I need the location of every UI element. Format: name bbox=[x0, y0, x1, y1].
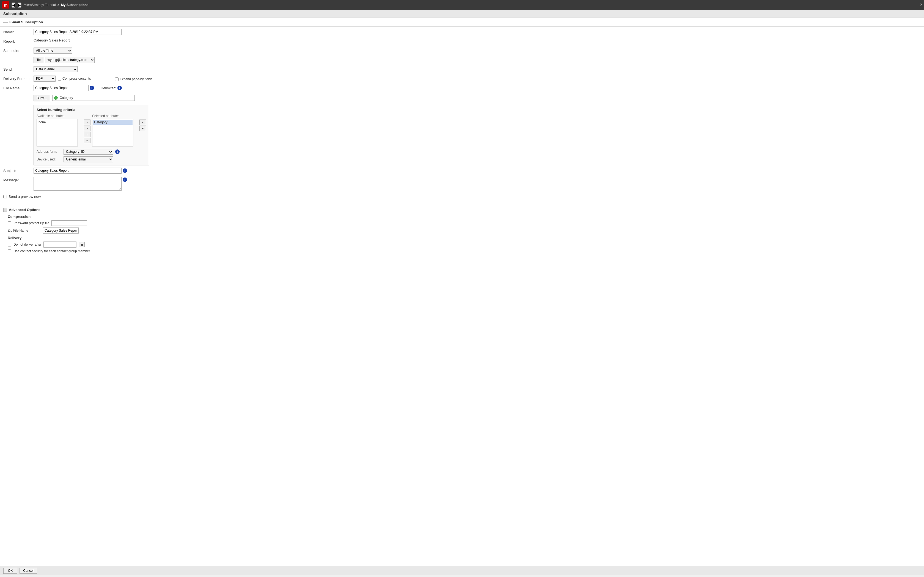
password-input[interactable] bbox=[52, 220, 87, 226]
address-form-row: Address form: Category: ID Category: Des… bbox=[37, 149, 146, 155]
transfer-right-single-button[interactable]: › bbox=[84, 119, 90, 125]
compression-header: Compression bbox=[8, 214, 921, 219]
advanced-toggle[interactable]: − bbox=[3, 208, 7, 212]
delivery-format-value-container: PDF Excel HTML CSV Compress contents Exp… bbox=[34, 76, 921, 82]
advanced-section: − Advanced Options Compression Password … bbox=[0, 205, 924, 256]
transfer-buttons: › » ‹ « bbox=[83, 114, 91, 143]
calendar-button[interactable]: ▦ bbox=[79, 242, 85, 247]
burst-footer: Address form: Category: ID Category: Des… bbox=[37, 149, 146, 163]
to-value-container: To: wyang@microstrategy.com bbox=[34, 57, 921, 63]
contact-security-row: Use contact security for each contact gr… bbox=[8, 249, 921, 253]
available-attributes-title: Available attributes bbox=[37, 114, 82, 118]
message-row: Message: i bbox=[3, 177, 921, 191]
available-attributes-list[interactable]: none bbox=[37, 119, 78, 147]
file-name-input[interactable] bbox=[34, 85, 89, 91]
transfer-left-all-button[interactable]: « bbox=[84, 138, 90, 143]
device-used-row: Device used: Generic email bbox=[37, 156, 146, 163]
delivery-header: Delivery bbox=[8, 236, 921, 240]
transfer-right-all-button[interactable]: » bbox=[84, 126, 90, 131]
advanced-header[interactable]: − Advanced Options bbox=[0, 206, 924, 213]
delivery-format-select[interactable]: PDF Excel HTML CSV bbox=[34, 76, 55, 82]
message-textarea[interactable] bbox=[34, 177, 121, 191]
selected-attributes-panel: Selected attributes Category bbox=[92, 114, 138, 147]
back-button[interactable]: ◀ bbox=[11, 2, 15, 8]
selected-attributes-title: Selected attributes bbox=[92, 114, 138, 118]
breadcrumb-current: My Subscriptions bbox=[61, 3, 89, 7]
contact-security-checkbox[interactable] bbox=[8, 250, 11, 253]
expand-checkbox-label[interactable]: Expand page-by fields bbox=[115, 77, 152, 81]
ok-button[interactable]: OK bbox=[3, 568, 17, 574]
main-content: E-mail Subscription Name: Report: Catego… bbox=[0, 18, 924, 566]
to-button[interactable]: To: bbox=[34, 57, 44, 63]
attributes-section: Available attributes none › » ‹ « bbox=[37, 114, 146, 147]
page-footer: OK Cancel bbox=[0, 566, 924, 575]
burst-criteria-box: Select bursting criteria Available attri… bbox=[34, 105, 149, 165]
schedule-value-container: All the Time Daily Weekly Monthly bbox=[34, 48, 921, 53]
help-icon[interactable]: ? bbox=[919, 3, 922, 7]
breadcrumb: MicroStrategy Tutorial > My Subscription… bbox=[24, 3, 89, 7]
delivery-row: PDF Excel HTML CSV Compress contents bbox=[34, 76, 91, 82]
address-form-select[interactable]: Category: ID Category: Description Categ… bbox=[63, 149, 113, 155]
order-buttons: ∧ ∨ bbox=[139, 114, 146, 131]
order-down-button[interactable]: ∨ bbox=[139, 126, 146, 131]
expand-checkbox[interactable] bbox=[115, 77, 118, 81]
forward-button[interactable]: ▶ bbox=[18, 2, 21, 8]
compress-checkbox[interactable] bbox=[58, 77, 61, 81]
send-preview-row: Send a preview now bbox=[3, 193, 921, 200]
send-value-container: Data in email Link in email File in emai… bbox=[34, 66, 921, 72]
category-display-label: Category bbox=[60, 96, 73, 100]
category-display: Category bbox=[52, 95, 135, 101]
subject-value-container: i bbox=[34, 168, 921, 174]
burst-button[interactable]: Burst... bbox=[34, 95, 50, 102]
message-info-icon[interactable]: i bbox=[123, 177, 127, 182]
available-attr-item[interactable]: none bbox=[37, 120, 77, 125]
do-not-deliver-date-input[interactable] bbox=[44, 242, 76, 248]
zip-file-name-row: Zip File Name bbox=[8, 227, 921, 234]
address-form-label: Address form: bbox=[37, 150, 61, 153]
name-input[interactable] bbox=[34, 29, 121, 35]
do-not-deliver-checkbox[interactable] bbox=[8, 243, 11, 247]
subject-input[interactable] bbox=[34, 168, 121, 174]
category-diamond-icon bbox=[53, 96, 58, 100]
password-protect-row: Password protect zip file bbox=[8, 220, 921, 226]
email-section-header: E-mail Subscription bbox=[0, 18, 924, 27]
email-select[interactable]: wyang@microstrategy.com bbox=[45, 57, 95, 63]
burst-label bbox=[3, 94, 34, 95]
order-up-button[interactable]: ∧ bbox=[139, 119, 146, 125]
send-preview-checkbox[interactable] bbox=[3, 195, 7, 198]
send-preview-label: Send a preview now bbox=[8, 195, 41, 199]
cancel-button[interactable]: Cancel bbox=[19, 568, 37, 574]
email-section-title: E-mail Subscription bbox=[9, 20, 43, 24]
breadcrumb-separator: > bbox=[58, 3, 60, 7]
available-attributes-panel: Available attributes none bbox=[37, 114, 82, 147]
send-select[interactable]: Data in email Link in email File in emai… bbox=[34, 66, 78, 72]
delivery-format-row: Delivery Format: PDF Excel HTML CSV Comp… bbox=[3, 76, 921, 83]
breadcrumb-root[interactable]: MicroStrategy Tutorial bbox=[24, 3, 56, 7]
file-name-label: File Name: bbox=[3, 85, 34, 90]
device-used-select[interactable]: Generic email bbox=[63, 156, 113, 163]
address-form-info-icon[interactable]: i bbox=[115, 150, 120, 154]
delimiter-info-icon[interactable]: i bbox=[118, 86, 122, 90]
report-value-container: Category Sales Report bbox=[34, 38, 921, 42]
file-name-info-icon[interactable]: i bbox=[90, 86, 94, 90]
delivery-format-label: Delivery Format: bbox=[3, 76, 34, 81]
schedule-select[interactable]: All the Time Daily Weekly Monthly bbox=[34, 48, 72, 53]
file-name-value-container: i Delimiter: i bbox=[34, 85, 921, 91]
subject-row: Subject: i bbox=[3, 168, 921, 175]
zip-file-name-input[interactable] bbox=[43, 227, 79, 234]
transfer-left-single-button[interactable]: ‹ bbox=[84, 132, 90, 137]
compress-label: Compress contents bbox=[62, 77, 91, 81]
selected-attr-item[interactable]: Category bbox=[93, 120, 132, 125]
section-line bbox=[3, 22, 8, 23]
password-protect-checkbox[interactable] bbox=[8, 221, 11, 225]
delimiter-section: Delimiter: i bbox=[101, 86, 122, 90]
schedule-row: Schedule: All the Time Daily Weekly Mont… bbox=[3, 48, 921, 55]
delivery-section: Delivery Do not deliver after ▦ Use cont… bbox=[8, 236, 921, 253]
selected-attributes-list[interactable]: Category bbox=[92, 119, 133, 147]
delimiter-label: Delimiter: bbox=[101, 86, 116, 90]
subject-info-icon[interactable]: i bbox=[123, 168, 127, 173]
compress-checkbox-label[interactable]: Compress contents bbox=[58, 77, 91, 81]
subject-label: Subject: bbox=[3, 168, 34, 173]
file-name-row: File Name: i Delimiter: i bbox=[3, 85, 921, 92]
burst-row: Burst... Category Select bursting criter… bbox=[3, 94, 921, 165]
